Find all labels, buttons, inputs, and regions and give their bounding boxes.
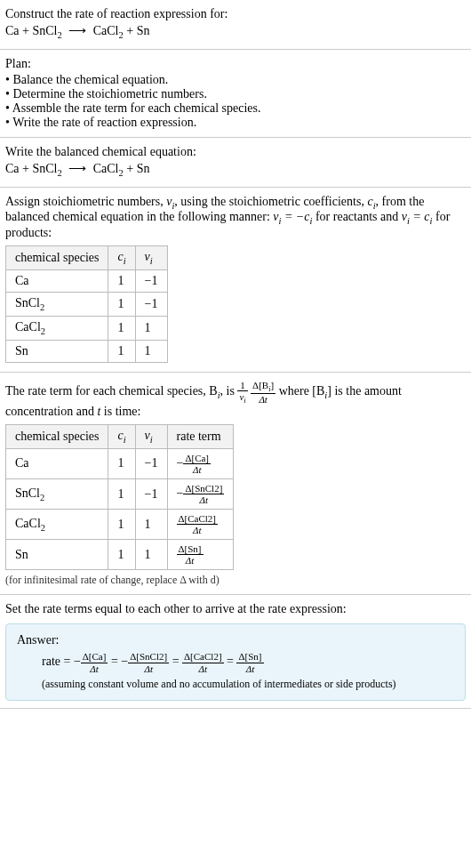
equals: = [172,655,182,668]
denominator: Δt [177,525,219,535]
sub-i: i [243,397,245,405]
sub-i: i [124,435,126,445]
denominator: Δt [182,663,224,674]
cell-species: Ca [6,269,108,292]
fraction: Δ[CaCl2]Δt [177,513,219,535]
denominator: νi [237,391,247,405]
cell-ci: 1 [108,540,135,570]
eq-rhs1: CaCl [93,24,119,37]
cell-species: Sn [6,540,108,570]
equals: = [227,655,236,668]
plan-section: Plan: Balance the chemical equation. Det… [0,50,471,138]
sub: 2 [40,492,44,502]
cell-species: Sn [6,340,108,362]
eq-rhs2: + Sn [124,162,150,175]
cell-ci: 1 [108,340,135,362]
text: where [B [279,384,325,398]
sub: 2 [41,523,45,533]
plan-item: Assemble the rate term for each chemical… [5,101,466,116]
fraction: 1 νi [237,380,247,405]
eq-part: = c [410,210,430,223]
cell-rateterm: −Δ[SnCl2]Δt [167,478,234,509]
sub: 2 [41,326,45,336]
table-row: Sn 1 1 Δ[Sn]Δt [6,540,234,570]
rate-label: rate = [42,655,74,668]
cell-nui: 1 [135,540,167,570]
final-section: Set the rate terms equal to each other t… [0,595,471,708]
eq-rhs1: CaCl [93,162,119,175]
cell-ci: 1 [108,292,135,316]
fraction: Δ[CaCl2]Δt [182,651,224,673]
sub-i: i [150,435,153,445]
plan-title: Plan: [5,57,466,71]
sub: 2 [40,302,44,312]
plan-item: Determine the stoichiometric numbers. [5,87,466,101]
eq-lhs: Ca + SnCl [5,24,57,37]
text: is time: [100,405,140,418]
denominator: Δt [81,663,108,674]
sign: − [74,655,81,668]
cell-species: SnCl2 [6,292,108,316]
rateterm-note: (for infinitesimal rate of change, repla… [5,574,466,587]
assign-text: Assign stoichiometric numbers, νi, using… [5,195,466,241]
fraction: Δ[SnCl2]Δt [183,483,224,505]
sign: − [177,456,184,470]
balanced-section: Write the balanced chemical equation: Ca… [0,138,471,188]
numerator: Δ[Ca] [183,453,211,464]
rateterm-table: chemical species ci νi rate term Ca 1 −1… [5,424,234,571]
plan-item: Balance the chemical equation. [5,73,466,87]
prompt-section: Construct the rate of reaction expressio… [0,0,471,50]
fraction: Δ[Bi] Δt [251,380,275,405]
fraction: Δ[Ca]Δt [183,453,211,475]
text: , using the stoichiometric coefficients, [174,195,367,208]
balanced-title: Write the balanced chemical equation: [5,145,466,159]
cell-rateterm: Δ[Sn]Δt [167,540,234,570]
cell-species: CaCl2 [6,316,108,340]
text: CaCl [15,517,41,530]
cell-nui: −1 [135,448,167,478]
table-header-row: chemical species ci νi rate term [6,424,234,448]
sub-i: i [150,256,153,266]
answer-note: (assuming constant volume and no accumul… [42,678,454,691]
text: , is [220,384,238,398]
balanced-equation: Ca + SnCl2 ⟶ CaCl2 + Sn [5,161,466,178]
col-ci: ci [108,424,135,448]
eq-part: = −c [281,210,309,223]
denominator: Δt [128,663,169,674]
cell-species: SnCl2 [6,478,108,509]
cell-rateterm: −Δ[Ca]Δt [167,448,234,478]
text: ] [270,380,274,390]
cell-nui: −1 [135,478,167,509]
plan-item: Write the rate of reaction expression. [5,116,466,130]
text: The rate term for each chemical species,… [5,384,218,398]
answer-label: Answer: [17,633,454,647]
fraction: Δ[Ca]Δt [81,651,108,673]
denominator: Δt [251,394,275,405]
cell-nui: 1 [135,340,167,362]
cell-species: Ca [6,448,108,478]
table-row: Ca 1 −1 −Δ[Ca]Δt [6,448,234,478]
denominator: Δt [236,663,263,674]
sub-i: i [124,256,126,266]
text: Δ[B [252,380,268,390]
rateterm-text: The rate term for each chemical species,… [5,380,466,419]
denominator: Δt [183,494,224,505]
plan-list: Balance the chemical equation. Determine… [5,73,466,130]
prompt-equation: Ca + SnCl2 ⟶ CaCl2 + Sn [5,23,466,40]
table-row: Ca 1 −1 [6,269,168,292]
answer-equation: rate = −Δ[Ca]Δt = −Δ[SnCl2]Δt = Δ[CaCl2]… [42,651,454,673]
numerator: Δ[CaCl2] [177,513,219,525]
table-row: CaCl2 1 1 [6,316,168,340]
cell-nui: −1 [135,292,167,316]
cell-ci: 1 [108,510,135,540]
col-species: chemical species [6,424,108,448]
col-rateterm: rate term [167,424,234,448]
table-header-row: chemical species ci νi [6,246,168,270]
cell-species: CaCl2 [6,510,108,540]
sign: − [177,486,184,500]
rateterm-section: The rate term for each chemical species,… [0,373,471,596]
text: for reactants and [312,210,401,223]
col-ci: ci [108,246,135,270]
numerator: Δ[Sn] [177,543,204,555]
col-species: chemical species [6,246,108,270]
